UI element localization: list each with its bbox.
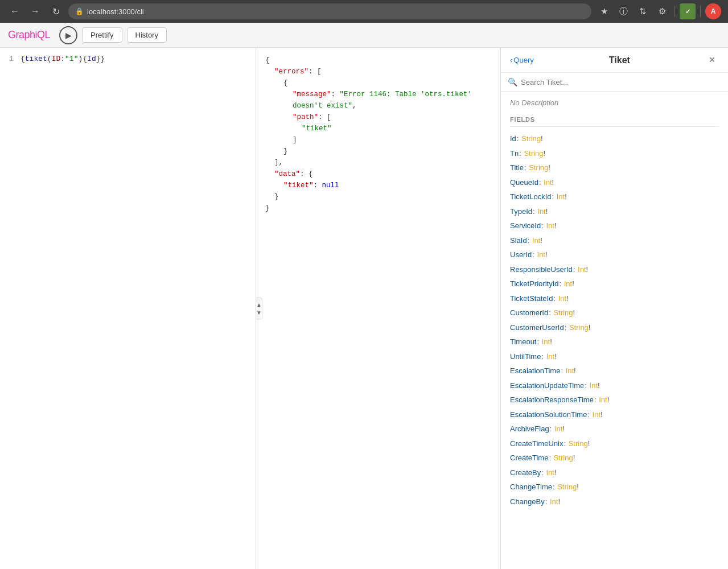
field-item[interactable]: EscalationUpdateTime: Int!	[510, 378, 719, 393]
field-item[interactable]: UserId: Int!	[510, 248, 719, 262]
field-required: !	[558, 496, 560, 508]
field-required: !	[607, 394, 610, 406]
collapse-handle[interactable]: ▲ ▼	[256, 298, 262, 320]
history-button[interactable]: History	[127, 27, 167, 43]
field-item[interactable]: Id: String!	[510, 131, 719, 146]
docs-nav: ‹ Query	[510, 56, 534, 64]
field-required: !	[554, 220, 557, 232]
field-name-label: UserId	[510, 249, 532, 261]
field-item[interactable]: ChangeBy: Int!	[510, 494, 719, 509]
field-colon: :	[550, 423, 554, 435]
field-item[interactable]: TicketStateId: Int!	[510, 291, 719, 306]
bookmark-button[interactable]: ★	[596, 3, 612, 19]
field-item[interactable]: EscalationTime: Int!	[510, 364, 719, 378]
extension-icon-green[interactable]: ✓	[680, 3, 696, 19]
info-button[interactable]: ⓘ	[615, 3, 631, 19]
docs-search: 🔍	[501, 73, 728, 92]
field-required: !	[572, 278, 574, 290]
field-required: !	[586, 264, 589, 275]
profile-avatar[interactable]: A	[705, 3, 721, 19]
field-item[interactable]: TicketPriorityId: Int!	[510, 277, 719, 291]
field-item[interactable]: QueueId: Int!	[510, 175, 719, 190]
json-line-5: "path": [	[265, 112, 491, 123]
field-item[interactable]: SlaId: Int!	[510, 233, 719, 248]
field-item[interactable]: Tn: String!	[510, 146, 719, 161]
extensions-button[interactable]: ⚙	[654, 3, 670, 19]
docs-close-button[interactable]: ×	[705, 53, 719, 67]
field-type-label: Int	[546, 351, 554, 362]
address-bar[interactable]: 🔒 localhost:3000/cli	[68, 3, 591, 19]
field-item[interactable]: EscalationSolutionTime: Int!	[510, 407, 719, 422]
divider2	[700, 6, 701, 17]
run-button[interactable]: ▶	[59, 26, 77, 44]
field-colon: :	[552, 191, 556, 203]
field-name-label: EscalationSolutionTime	[510, 409, 587, 420]
chevron-left-icon: ‹	[510, 56, 512, 64]
json-line-2: "errors": [	[265, 66, 491, 77]
editor-content[interactable]: 1 {tiket(ID:"1"){Id}}	[0, 48, 256, 569]
field-item[interactable]: CustomerId: String!	[510, 306, 719, 320]
browser-chrome: ← → ↻ 🔒 localhost:3000/cli ★ ⓘ ⇅ ⚙ ✓ A	[0, 0, 728, 23]
field-item[interactable]: TypeId: Int!	[510, 204, 719, 219]
field-type-label: Int	[550, 496, 558, 508]
field-colon: :	[585, 380, 589, 391]
back-button[interactable]: ←	[7, 3, 23, 19]
field-item[interactable]: ArchiveFlag: Int!	[510, 422, 719, 436]
field-item[interactable]: Timeout: Int!	[510, 335, 719, 349]
open-paren: (	[47, 55, 52, 63]
field-item[interactable]: ResponsibleUserId: Int!	[510, 262, 719, 277]
field-type-label: Int	[590, 380, 598, 391]
field-item[interactable]: EscalationResponseTime: Int!	[510, 393, 719, 407]
field-name-label: EscalationTime	[510, 365, 560, 377]
query-text: {tiket(ID:"1"){Id}}	[20, 53, 105, 65]
query-editor[interactable]: 1 {tiket(ID:"1"){Id}}	[0, 48, 256, 569]
field-name-label: EscalationUpdateTime	[510, 380, 584, 391]
field-required: !	[546, 206, 548, 217]
field-colon: :	[573, 264, 577, 275]
field-colon: :	[545, 496, 549, 508]
field-item[interactable]: CreateTime: String!	[510, 451, 719, 465]
json-line-13: }	[265, 203, 491, 214]
field-name-label: ResponsibleUserId	[510, 264, 573, 275]
field-item[interactable]: TicketLockId: Int!	[510, 189, 719, 204]
field-required: !	[540, 235, 542, 246]
field-name-label: EscalationResponseTime	[510, 394, 594, 406]
field-item[interactable]: Title: String!	[510, 160, 719, 175]
field-colon: :	[539, 177, 543, 188]
url-text: localhost:3000/cli	[87, 7, 144, 16]
field-item[interactable]: ChangeTime: String!	[510, 480, 719, 494]
field-item[interactable]: CustomerUserId: String!	[510, 320, 719, 335]
field-required: !	[554, 467, 557, 479]
json-line-11: "tiket": null	[265, 180, 491, 191]
json-line-12: }	[265, 191, 491, 203]
graphiql-toolbar: GraphiQL ▶ Prettify History	[0, 23, 728, 48]
line-number: 1	[0, 53, 20, 65]
json-line-7: ]	[265, 134, 491, 146]
inner-field: Id	[87, 55, 96, 63]
field-name-label: CustomerUserId	[510, 322, 564, 333]
prettify-button[interactable]: Prettify	[82, 27, 122, 43]
field-name-label: TypeId	[510, 206, 532, 217]
field-item[interactable]: ServiceId: Int!	[510, 218, 719, 233]
docs-search-input[interactable]	[521, 78, 721, 86]
forward-button[interactable]: →	[27, 3, 43, 19]
field-name-label: TicketStateId	[510, 293, 553, 304]
field-type-label: Int	[578, 264, 586, 275]
field-type-label: String	[521, 133, 541, 145]
refresh-button[interactable]: ↻	[48, 3, 64, 19]
field-type-label: String	[553, 307, 573, 319]
field-type-label: Int	[599, 394, 607, 406]
field-item[interactable]: CreateTimeUnix: String!	[510, 436, 719, 451]
field-name-label: TicketLockId	[510, 191, 552, 203]
docs-back-link[interactable]: ‹ Query	[510, 56, 534, 64]
inner-close: }}	[96, 55, 105, 63]
collapse-arrow-down: ▼	[256, 310, 262, 316]
field-colon: :	[541, 220, 545, 232]
docs-panel: ‹ Query Tiket × 🔍 No Description FIELDS …	[500, 48, 728, 569]
field-type-label: String	[569, 438, 588, 450]
sync-button[interactable]: ⇅	[635, 3, 651, 19]
field-item[interactable]: CreateBy: Int!	[510, 465, 719, 480]
docs-back-label: Query	[513, 56, 533, 64]
field-type-label: String	[569, 322, 589, 333]
field-item[interactable]: UntilTime: Int!	[510, 349, 719, 364]
